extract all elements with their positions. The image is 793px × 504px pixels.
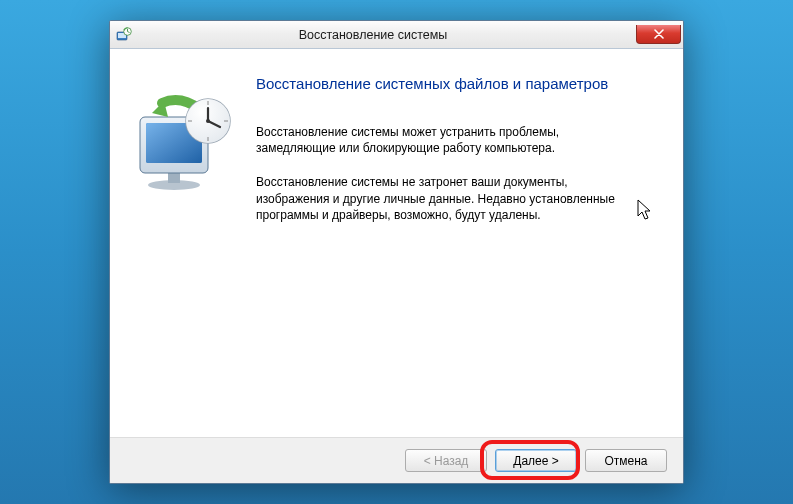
main-text-pane: Восстановление системных файлов и параме…: [250, 49, 683, 437]
page-heading: Восстановление системных файлов и параме…: [256, 75, 655, 92]
back-button: < Назад: [405, 449, 487, 472]
titlebar: Восстановление системы: [110, 21, 683, 49]
content-area: Восстановление системных файлов и параме…: [110, 49, 683, 437]
cancel-button[interactable]: Отмена: [585, 449, 667, 472]
mouse-cursor-icon: [637, 199, 653, 221]
system-restore-icon: [116, 27, 132, 43]
svg-point-16: [206, 119, 210, 123]
description-paragraph-2: Восстановление системы не затронет ваши …: [256, 174, 636, 223]
system-restore-dialog: Восстановление системы: [109, 20, 684, 484]
button-bar: < Назад Далее > Отмена: [110, 437, 683, 483]
close-button[interactable]: [636, 25, 681, 44]
monitor-clock-restore-illustration: [128, 89, 238, 199]
close-icon: [654, 29, 664, 39]
illustration-pane: [110, 49, 250, 437]
next-button[interactable]: Далее >: [495, 449, 577, 472]
window-title: Восстановление системы: [110, 28, 636, 42]
description-paragraph-1: Восстановление системы может устранить п…: [256, 124, 636, 156]
